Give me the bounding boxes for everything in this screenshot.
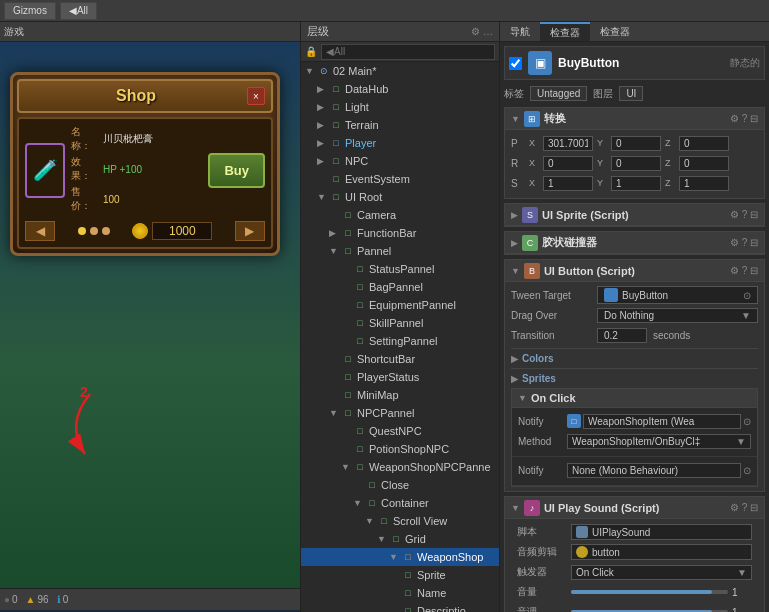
- item-hp-value: HP +100: [103, 164, 142, 175]
- tree-weaponshopnpcpannel[interactable]: ▼ □ WeaponShopNPCPanne: [301, 458, 499, 476]
- gameobj-icon: □: [329, 82, 343, 96]
- layer-dropdown[interactable]: UI: [619, 86, 643, 101]
- sound-clip-row: 音频剪辑 button: [511, 543, 758, 561]
- tree-skillpannel[interactable]: □ SkillPannel: [301, 314, 499, 332]
- status-bar: ● 0 ▲ 96 ℹ 0: [0, 588, 300, 610]
- colors-title[interactable]: ▶ Colors: [511, 353, 758, 364]
- transition-row: Transition seconds: [511, 326, 758, 344]
- notify-ref-2[interactable]: None (Mono Behaviour) ⊙: [567, 463, 751, 478]
- p-y-input[interactable]: [611, 136, 661, 151]
- item-price-value: 100: [103, 194, 120, 205]
- layer-label: 图层: [593, 87, 613, 101]
- nav-prev[interactable]: ◀: [25, 221, 55, 241]
- notify-row-1: Notify □ WeaponShopItem (Wea ⊙: [518, 412, 751, 430]
- capsule-icon: C: [522, 235, 538, 251]
- buy-button[interactable]: Buy: [208, 153, 265, 188]
- ui-sprite-header[interactable]: ▶ S UI Sprite (Script) ⚙ ? ⊟: [505, 204, 764, 226]
- notify-label-2: Notify: [518, 465, 563, 476]
- tree-uiroot[interactable]: ▼ □ UI Root: [301, 188, 499, 206]
- transform-header[interactable]: ▼ ⊞ 转换 ⚙ ? ⊟: [505, 108, 764, 130]
- tree-npcpannel[interactable]: ▼ □ NPCPannel: [301, 404, 499, 422]
- tree-npc[interactable]: ▶ □ NPC: [301, 152, 499, 170]
- tree-minimap[interactable]: □ MiniMap: [301, 386, 499, 404]
- r-y-input[interactable]: [611, 156, 661, 171]
- r-x-input[interactable]: [543, 156, 593, 171]
- notify-ref-1[interactable]: □ WeaponShopItem (Wea ⊙: [567, 414, 751, 429]
- tree-player[interactable]: ▶ □ Player: [301, 134, 499, 152]
- status-warning: ▲ 96: [26, 594, 49, 605]
- s-x-input[interactable]: [543, 176, 593, 191]
- tree-equipmentpannel[interactable]: □ EquipmentPannel: [301, 296, 499, 314]
- gizmos-button[interactable]: Gizmos: [4, 2, 56, 20]
- ui-play-sound-header[interactable]: ▼ ♪ UI Play Sound (Script) ⚙ ? ⊟: [505, 497, 764, 519]
- gameobj-icon: □: [353, 316, 367, 330]
- transition-label: Transition: [511, 330, 591, 341]
- sound-trigger-dropdown[interactable]: On Click ▼: [571, 565, 752, 580]
- transition-input[interactable]: [597, 328, 647, 343]
- drag-over-dropdown[interactable]: Do Nothing ▼: [597, 308, 758, 323]
- obj-active-checkbox[interactable]: [509, 57, 522, 70]
- p-x-input[interactable]: [543, 136, 593, 151]
- tree-questnpc[interactable]: □ QuestNPC: [301, 422, 499, 440]
- ui-button-header[interactable]: ▼ B UI Button (Script) ⚙ ? ⊟: [505, 260, 764, 282]
- tree-light[interactable]: ▶ □ Light: [301, 98, 499, 116]
- tree-grid[interactable]: ▼ □ Grid: [301, 530, 499, 548]
- tab-navigator[interactable]: 导航: [500, 22, 540, 41]
- tree-potionshopnpc[interactable]: □ PotionShopNPC: [301, 440, 499, 458]
- tree-terrain[interactable]: ▶ □ Terrain: [301, 116, 499, 134]
- transform-title: 转换: [544, 111, 726, 126]
- transform-p-row: P X Y Z: [511, 134, 758, 152]
- tree-datahub[interactable]: ▶ □ DataHub: [301, 80, 499, 98]
- s-z-input[interactable]: [679, 176, 729, 191]
- hierarchy-search[interactable]: [321, 44, 495, 60]
- tab-inspector2[interactable]: 检查器: [590, 22, 640, 41]
- s-y-input[interactable]: [611, 176, 661, 191]
- sprites-title[interactable]: ▶ Sprites: [511, 373, 758, 384]
- nav-dot-3: [102, 227, 110, 235]
- tree-scrollview[interactable]: ▼ □ Scroll View: [301, 512, 499, 530]
- hierarchy-title: 层级: [307, 24, 329, 39]
- sound-clip-val[interactable]: button: [571, 544, 752, 560]
- sound-script-val[interactable]: UIPlaySound: [571, 524, 752, 540]
- tree-name[interactable]: □ Name: [301, 584, 499, 602]
- tree-bagpannel[interactable]: □ BagPannel: [301, 278, 499, 296]
- sound-body: 脚本 UIPlaySound 音频剪辑 button: [505, 519, 764, 612]
- method-dropdown[interactable]: WeaponShopItem/OnBuyCl‡ ▼: [567, 434, 751, 449]
- tree-pannel[interactable]: ▼ □ Pannel: [301, 242, 499, 260]
- all-button[interactable]: ◀All: [60, 2, 97, 20]
- ui-button-component: ▼ B UI Button (Script) ⚙ ? ⊟ Tween Targe…: [504, 259, 765, 492]
- tree-close[interactable]: □ Close: [301, 476, 499, 494]
- r-z-input[interactable]: [679, 156, 729, 171]
- tree-shortcutbar[interactable]: □ ShortcutBar: [301, 350, 499, 368]
- tree-statuspannel[interactable]: □ StatusPannel: [301, 260, 499, 278]
- tree-description[interactable]: □ Descriptio: [301, 602, 499, 612]
- annotation-2: 2: [60, 384, 120, 468]
- tree-settingpannel[interactable]: □ SettingPannel: [301, 332, 499, 350]
- gameobj-icon: □: [365, 496, 379, 510]
- gameobj-icon: □: [353, 262, 367, 276]
- tween-target-value[interactable]: BuyButton ⊙: [597, 286, 758, 304]
- tree-eventsystem[interactable]: □ EventSystem: [301, 170, 499, 188]
- tree-playerstatus[interactable]: □ PlayerStatus: [301, 368, 499, 386]
- onclick-item-2: Notify None (Mono Behaviour) ⊙: [512, 457, 757, 486]
- nav-next[interactable]: ▶: [235, 221, 265, 241]
- tree-functionbar[interactable]: ▶ □ FunctionBar: [301, 224, 499, 242]
- tab-inspector1[interactable]: 检查器: [540, 22, 590, 41]
- gameobj-icon: □: [341, 226, 355, 240]
- gold-amount: 1000: [152, 222, 212, 240]
- volume-slider[interactable]: [571, 590, 728, 594]
- capsule-collider-header[interactable]: ▶ C 胶状碰撞器 ⚙ ? ⊟: [505, 232, 764, 254]
- transform-component: ▼ ⊞ 转换 ⚙ ? ⊟ P X Y Z: [504, 107, 765, 199]
- gameobj-icon: □: [329, 154, 343, 168]
- tree-camera[interactable]: □ Camera: [301, 206, 499, 224]
- nav-dot-2: [90, 227, 98, 235]
- tree-sprite[interactable]: □ Sprite: [301, 566, 499, 584]
- tag-dropdown[interactable]: Untagged: [530, 86, 587, 101]
- tree-weaponshop[interactable]: ▼ □ WeaponShop: [301, 548, 499, 566]
- gameobj-icon: □: [341, 388, 355, 402]
- shop-close-button[interactable]: ×: [247, 87, 265, 105]
- tree-container[interactable]: ▼ □ Container: [301, 494, 499, 512]
- tree-scene-root[interactable]: ▼ ⊙ 02 Main*: [301, 62, 499, 80]
- tag-layer-row: 标签 Untagged 图层 UI: [504, 86, 765, 101]
- p-z-input[interactable]: [679, 136, 729, 151]
